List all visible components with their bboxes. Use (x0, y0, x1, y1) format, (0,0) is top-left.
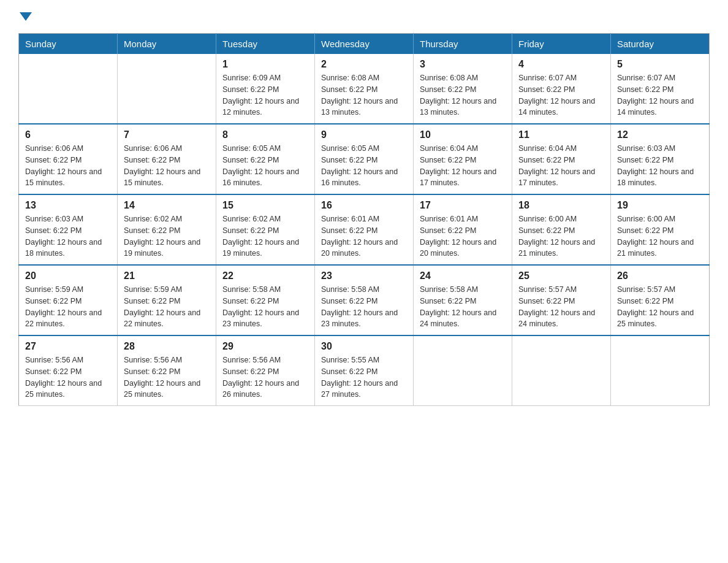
day-info: Sunrise: 6:01 AMSunset: 6:22 PMDaylight:… (321, 213, 407, 259)
calendar-week-row: 1Sunrise: 6:09 AMSunset: 6:22 PMDaylight… (19, 54, 710, 124)
day-info: Sunrise: 6:02 AMSunset: 6:22 PMDaylight:… (124, 213, 210, 259)
day-number: 19 (617, 200, 703, 211)
day-info: Sunrise: 6:08 AMSunset: 6:22 PMDaylight:… (321, 72, 407, 118)
calendar-cell: 1Sunrise: 6:09 AMSunset: 6:22 PMDaylight… (216, 54, 315, 124)
day-of-week-header: Sunday (19, 34, 118, 55)
day-number: 10 (420, 129, 506, 140)
logo-arrow-icon (20, 12, 32, 21)
day-info: Sunrise: 6:01 AMSunset: 6:22 PMDaylight:… (420, 213, 506, 259)
day-info: Sunrise: 6:08 AMSunset: 6:22 PMDaylight:… (420, 72, 506, 118)
day-info: Sunrise: 5:56 AMSunset: 6:22 PMDaylight:… (222, 354, 308, 400)
logo (18, 12, 32, 21)
day-number: 27 (25, 341, 111, 352)
calendar-cell (414, 335, 512, 406)
calendar-cell: 12Sunrise: 6:03 AMSunset: 6:22 PMDayligh… (611, 124, 710, 194)
calendar-body: 1Sunrise: 6:09 AMSunset: 6:22 PMDaylight… (19, 54, 710, 406)
day-number: 17 (420, 200, 506, 211)
day-number: 18 (518, 200, 604, 211)
day-info: Sunrise: 6:04 AMSunset: 6:22 PMDaylight:… (518, 143, 604, 189)
calendar-cell: 4Sunrise: 6:07 AMSunset: 6:22 PMDaylight… (512, 54, 611, 124)
day-info: Sunrise: 6:03 AMSunset: 6:22 PMDaylight:… (617, 143, 703, 189)
calendar-table: SundayMondayTuesdayWednesdayThursdayFrid… (18, 33, 710, 406)
day-info: Sunrise: 5:57 AMSunset: 6:22 PMDaylight:… (617, 284, 703, 330)
calendar-cell: 22Sunrise: 5:58 AMSunset: 6:22 PMDayligh… (216, 265, 315, 335)
day-info: Sunrise: 5:59 AMSunset: 6:22 PMDaylight:… (124, 284, 210, 330)
day-info: Sunrise: 5:58 AMSunset: 6:22 PMDaylight:… (420, 284, 506, 330)
header-row: SundayMondayTuesdayWednesdayThursdayFrid… (19, 34, 710, 55)
calendar-cell: 6Sunrise: 6:06 AMSunset: 6:22 PMDaylight… (19, 124, 118, 194)
day-of-week-header: Thursday (414, 34, 512, 55)
calendar-cell: 14Sunrise: 6:02 AMSunset: 6:22 PMDayligh… (118, 194, 216, 265)
calendar-cell: 21Sunrise: 5:59 AMSunset: 6:22 PMDayligh… (118, 265, 216, 335)
day-number: 24 (420, 270, 506, 282)
day-number: 20 (25, 270, 111, 282)
day-of-week-header: Tuesday (216, 34, 315, 55)
day-info: Sunrise: 5:58 AMSunset: 6:22 PMDaylight:… (321, 284, 407, 330)
calendar-week-row: 6Sunrise: 6:06 AMSunset: 6:22 PMDaylight… (19, 124, 710, 194)
day-number: 16 (321, 200, 407, 211)
calendar-week-row: 20Sunrise: 5:59 AMSunset: 6:22 PMDayligh… (19, 265, 710, 335)
calendar-cell: 24Sunrise: 5:58 AMSunset: 6:22 PMDayligh… (414, 265, 512, 335)
day-info: Sunrise: 6:06 AMSunset: 6:22 PMDaylight:… (124, 143, 210, 189)
day-info: Sunrise: 6:07 AMSunset: 6:22 PMDaylight:… (518, 72, 604, 118)
day-of-week-header: Monday (118, 34, 216, 55)
calendar-cell: 19Sunrise: 6:00 AMSunset: 6:22 PMDayligh… (611, 194, 710, 265)
calendar-cell: 8Sunrise: 6:05 AMSunset: 6:22 PMDaylight… (216, 124, 315, 194)
day-info: Sunrise: 6:02 AMSunset: 6:22 PMDaylight:… (222, 213, 308, 259)
calendar-cell: 25Sunrise: 5:57 AMSunset: 6:22 PMDayligh… (512, 265, 611, 335)
calendar-cell: 18Sunrise: 6:00 AMSunset: 6:22 PMDayligh… (512, 194, 611, 265)
day-number: 11 (518, 129, 604, 140)
calendar-cell (19, 54, 118, 124)
day-number: 4 (518, 59, 604, 70)
day-info: Sunrise: 6:04 AMSunset: 6:22 PMDaylight:… (420, 143, 506, 189)
day-number: 26 (617, 270, 703, 282)
calendar-cell: 16Sunrise: 6:01 AMSunset: 6:22 PMDayligh… (315, 194, 414, 265)
calendar-cell: 9Sunrise: 6:05 AMSunset: 6:22 PMDaylight… (315, 124, 414, 194)
day-info: Sunrise: 5:59 AMSunset: 6:22 PMDaylight:… (25, 284, 111, 330)
day-number: 3 (420, 59, 506, 70)
day-number: 25 (518, 270, 604, 282)
day-number: 7 (124, 129, 210, 140)
calendar-cell: 28Sunrise: 5:56 AMSunset: 6:22 PMDayligh… (118, 335, 216, 406)
calendar-cell (611, 335, 710, 406)
day-info: Sunrise: 6:06 AMSunset: 6:22 PMDaylight:… (25, 143, 111, 189)
calendar-cell: 30Sunrise: 5:55 AMSunset: 6:22 PMDayligh… (315, 335, 414, 406)
day-info: Sunrise: 6:03 AMSunset: 6:22 PMDaylight:… (25, 213, 111, 259)
day-number: 13 (25, 200, 111, 211)
calendar-cell: 17Sunrise: 6:01 AMSunset: 6:22 PMDayligh… (414, 194, 512, 265)
calendar-header: SundayMondayTuesdayWednesdayThursdayFrid… (19, 34, 710, 55)
page-header (18, 12, 710, 21)
day-number: 28 (124, 341, 210, 352)
calendar-cell: 26Sunrise: 5:57 AMSunset: 6:22 PMDayligh… (611, 265, 710, 335)
calendar-cell: 10Sunrise: 6:04 AMSunset: 6:22 PMDayligh… (414, 124, 512, 194)
calendar-week-row: 13Sunrise: 6:03 AMSunset: 6:22 PMDayligh… (19, 194, 710, 265)
calendar-cell: 23Sunrise: 5:58 AMSunset: 6:22 PMDayligh… (315, 265, 414, 335)
day-number: 2 (321, 59, 407, 70)
day-number: 9 (321, 129, 407, 140)
day-info: Sunrise: 6:05 AMSunset: 6:22 PMDaylight:… (321, 143, 407, 189)
day-info: Sunrise: 5:55 AMSunset: 6:22 PMDaylight:… (321, 354, 407, 400)
day-number: 1 (222, 59, 308, 70)
calendar-cell: 13Sunrise: 6:03 AMSunset: 6:22 PMDayligh… (19, 194, 118, 265)
day-number: 12 (617, 129, 703, 140)
day-number: 15 (222, 200, 308, 211)
day-number: 8 (222, 129, 308, 140)
calendar-cell: 7Sunrise: 6:06 AMSunset: 6:22 PMDaylight… (118, 124, 216, 194)
day-number: 21 (124, 270, 210, 282)
calendar-cell: 29Sunrise: 5:56 AMSunset: 6:22 PMDayligh… (216, 335, 315, 406)
day-info: Sunrise: 5:57 AMSunset: 6:22 PMDaylight:… (518, 284, 604, 330)
calendar-cell (512, 335, 611, 406)
day-of-week-header: Saturday (611, 34, 710, 55)
calendar-cell: 2Sunrise: 6:08 AMSunset: 6:22 PMDaylight… (315, 54, 414, 124)
calendar-cell: 11Sunrise: 6:04 AMSunset: 6:22 PMDayligh… (512, 124, 611, 194)
calendar-cell: 3Sunrise: 6:08 AMSunset: 6:22 PMDaylight… (414, 54, 512, 124)
day-info: Sunrise: 6:00 AMSunset: 6:22 PMDaylight:… (518, 213, 604, 259)
day-number: 14 (124, 200, 210, 211)
day-number: 6 (25, 129, 111, 140)
calendar-cell: 15Sunrise: 6:02 AMSunset: 6:22 PMDayligh… (216, 194, 315, 265)
day-info: Sunrise: 6:09 AMSunset: 6:22 PMDaylight:… (222, 72, 308, 118)
day-info: Sunrise: 6:07 AMSunset: 6:22 PMDaylight:… (617, 72, 703, 118)
day-of-week-header: Wednesday (315, 34, 414, 55)
day-number: 30 (321, 341, 407, 352)
calendar-cell (118, 54, 216, 124)
